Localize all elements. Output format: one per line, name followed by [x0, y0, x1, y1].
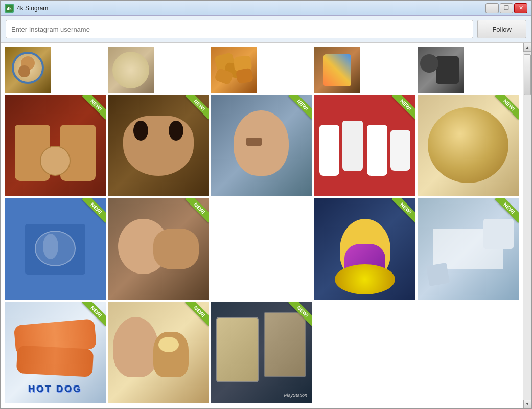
main-window: 4k 4k Stogram — ❐ ✕ Follow — [0, 0, 532, 409]
window-title: 4k Stogram — [17, 5, 48, 12]
photo-cell[interactable] — [108, 47, 154, 93]
close-button[interactable]: ✕ — [514, 3, 527, 13]
photo-cell[interactable] — [5, 198, 106, 300]
scrollbar: ▲ ▼ — [523, 43, 531, 408]
photo-cell[interactable] — [314, 95, 415, 196]
scroll-thumb[interactable] — [524, 54, 531, 95]
photo-cell[interactable]: PlayStation — [211, 302, 312, 403]
photo-cell[interactable] — [108, 95, 209, 196]
photo-cell[interactable] — [418, 95, 519, 196]
toolbar: Follow — [1, 16, 531, 43]
window-controls: — ❐ ✕ — [485, 3, 527, 13]
scroll-up-button[interactable]: ▲ — [523, 43, 531, 52]
follow-button[interactable]: Follow — [477, 20, 526, 38]
svg-text:4k: 4k — [7, 6, 12, 11]
footer-section: Show only latest photos — [5, 403, 519, 408]
photo-cell[interactable] — [5, 47, 51, 93]
photo-grid: HOT DOG — [5, 47, 519, 403]
photo-cell[interactable] — [418, 198, 519, 300]
photo-cell[interactable] — [5, 95, 106, 196]
title-bar: 4k 4k Stogram — ❐ ✕ — [1, 1, 531, 16]
username-input[interactable] — [6, 20, 473, 38]
photo-cell-empty — [211, 198, 312, 300]
content-area: HOT DOG — [1, 43, 531, 408]
scroll-track[interactable] — [523, 52, 531, 400]
minimize-button[interactable]: — — [485, 3, 499, 13]
photo-cell[interactable] — [418, 47, 464, 93]
app-icon: 4k — [5, 4, 14, 13]
photo-cell[interactable] — [211, 47, 257, 93]
scroll-down-button[interactable]: ▼ — [523, 400, 531, 408]
photo-cell[interactable]: HOT DOG — [5, 302, 106, 403]
photo-cell[interactable] — [211, 95, 312, 196]
maximize-button[interactable]: ❐ — [500, 3, 513, 13]
photo-cell[interactable] — [108, 302, 209, 403]
photo-grid-container[interactable]: HOT DOG — [1, 43, 523, 408]
photo-cell[interactable] — [314, 198, 415, 300]
photo-cell[interactable] — [108, 198, 209, 300]
photo-cell[interactable] — [314, 47, 360, 93]
